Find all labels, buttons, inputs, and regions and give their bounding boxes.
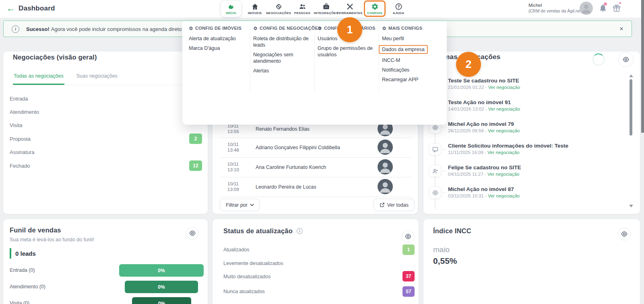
- person-icon: [378, 140, 393, 155]
- person-icon: [580, 2, 593, 15]
- row-name[interactable]: Adriano Gonçalves Filippini Coldibella: [256, 145, 340, 150]
- chat-icon: [432, 146, 438, 152]
- nav-label: AJUDA: [393, 11, 405, 15]
- scroll-up-arrow[interactable]: [629, 74, 633, 77]
- annotation-step-1: 1: [337, 17, 362, 42]
- gift-icon[interactable]: [612, 4, 621, 12]
- nav-item-pessoas[interactable]: PESSOAS: [293, 1, 312, 17]
- menu-item-negociacoes-sem-atendimento[interactable]: Negociações sem atendimento: [253, 51, 314, 64]
- notification-title: Felipe Se cadastrou no SITE: [448, 164, 585, 170]
- notification-date: 04/11/2025 11:27: [448, 172, 483, 177]
- menu-item-dados-da-empresa[interactable]: Dados da empresa: [379, 45, 428, 54]
- gear-icon: [318, 26, 322, 31]
- scroll-down-arrow[interactable]: [629, 205, 633, 207]
- tab-suas-negociacoes[interactable]: Suas negociações: [76, 72, 118, 85]
- nav-label: NEGOCIAÇÕES: [266, 11, 291, 15]
- eye-icon: [432, 190, 438, 196]
- close-icon[interactable]: ×: [619, 25, 623, 33]
- nav-item-ajuda[interactable]: AJUDA: [389, 1, 408, 17]
- row-avatar: [378, 159, 393, 175]
- view-negotiation-link[interactable]: Ver negociação: [487, 172, 519, 177]
- view-negotiation-link[interactable]: Ver negociação: [487, 150, 519, 155]
- nav-item-ferramentas[interactable]: FERRAMENTAS: [335, 1, 364, 17]
- info-icon[interactable]: i: [297, 228, 303, 234]
- dropdown-divider: [250, 24, 250, 92]
- row-divider: [220, 197, 411, 197]
- user-org: (CRM de vendas da Ágil.net): [528, 8, 583, 13]
- page-scrollbar-thumb[interactable]: [641, 0, 644, 133]
- notification-title: Teste Ação no imóvel 91: [448, 99, 585, 105]
- timeline-connector: [442, 171, 447, 171]
- menu-item-grupo-permissoes[interactable]: Grupo de permissões de usuários: [318, 45, 379, 58]
- menu-column-mais-configs: MAIS CONFIGS Meu perfil Dados da empresa…: [382, 26, 443, 86]
- leads-count: 0 leads: [10, 248, 36, 259]
- funnel-bar-visita: 0%: [132, 297, 191, 304]
- nav-item-inicio[interactable]: INÍCIO: [221, 1, 241, 17]
- notification-date: 11/11/2025 16:09: [448, 150, 483, 155]
- stage-fechado: Fechado: [10, 163, 30, 169]
- filter-by-label: Filtrar por: [226, 202, 247, 208]
- view-negotiation-link[interactable]: Ver negociação: [488, 107, 520, 111]
- menu-column-imoveis: CONFIG DE IMÓVEIS Alerta de atualização …: [189, 26, 250, 55]
- menu-item-incc-m[interactable]: INCC-M: [382, 57, 443, 64]
- configs-highlight-box: [364, 0, 386, 17]
- eye-toggle-button[interactable]: [618, 52, 634, 67]
- row-avatar: [378, 179, 393, 194]
- home-icon: [251, 3, 259, 10]
- funnel-stage-label: Entrada (0): [10, 267, 35, 273]
- eye-toggle-button[interactable]: [618, 228, 631, 240]
- notification-icon-box: [429, 165, 441, 177]
- person-icon: [378, 159, 393, 175]
- menu-item-marca-dagua[interactable]: Marca D'água: [189, 45, 250, 51]
- status-row-label: Muito desatualizados: [223, 274, 270, 279]
- menu-item-alertas[interactable]: Alertas: [253, 68, 314, 74]
- user-avatar[interactable]: [580, 2, 593, 15]
- gear-icon: [253, 26, 258, 31]
- nav-item-integracoes[interactable]: INTEGRAÇÕES: [314, 1, 339, 17]
- notification-title: Michel Ação no imóvel 87: [448, 186, 585, 192]
- notification-icon-box: [429, 187, 441, 199]
- tab-todas-negociacoes[interactable]: Todas as negociações: [13, 72, 64, 85]
- view-all-button[interactable]: Ver todas: [374, 199, 415, 211]
- stage-visita: Visita: [10, 122, 23, 128]
- eye-toggle-button[interactable]: [402, 230, 415, 243]
- row-name[interactable]: Leonardo Pereira de Lucas: [256, 184, 316, 190]
- gift-notification-dot: [619, 2, 621, 4]
- filter-by-button[interactable]: Filtrar por: [220, 199, 260, 211]
- nav-item-negociacoes[interactable]: NEGOCIAÇÕES: [263, 1, 294, 17]
- row-datetime: 10/1113:09: [227, 181, 244, 192]
- row-name[interactable]: Renato Fernandos Elias: [256, 126, 310, 132]
- nav-label: IMÓVEIS: [248, 11, 262, 15]
- view-all-label: Ver todas: [387, 202, 409, 208]
- dropdown-divider: [314, 24, 315, 92]
- stage-entrada: Entrada: [10, 96, 28, 102]
- fechado-count-badge[interactable]: 12: [189, 160, 202, 171]
- view-negotiation-link[interactable]: Ver negociação: [488, 85, 520, 90]
- menu-item-notificacoes[interactable]: Notificações: [382, 67, 443, 73]
- info-icon: i: [12, 25, 19, 33]
- nav-label: PESSOAS: [294, 11, 310, 15]
- nav-item-imoveis[interactable]: IMÓVEIS: [244, 1, 266, 17]
- proposta-count-badge[interactable]: 2: [189, 134, 202, 144]
- row-name[interactable]: Ana Caroline Furtunato Koerich: [256, 164, 326, 170]
- row-avatar: [378, 140, 393, 155]
- menu-item-meu-perfil[interactable]: Meu perfil: [382, 35, 443, 42]
- funnel-stage-label: Atendimento (0): [10, 284, 45, 290]
- menu-item-roleta-distribuicao-leads[interactable]: Roleta de distribuição de leads: [253, 35, 314, 48]
- eye-icon: [432, 125, 438, 131]
- menu-item-alerta-de-atualizacao[interactable]: Alerta de atualização: [189, 35, 250, 42]
- row-datetime: 10/1113:55: [227, 123, 244, 134]
- back-arrow-icon[interactable]: ←: [6, 3, 15, 14]
- row-datetime: 10/1113:10: [227, 161, 244, 173]
- view-negotiation-link[interactable]: Ver negociação: [488, 128, 520, 133]
- notification-item: Teste Ação no imóvel 91 14/01/2026 13:02…: [448, 99, 585, 111]
- menu-item-recarregar-app[interactable]: Recarregar APP: [382, 76, 443, 83]
- status-row-label: Nunca atualizados: [223, 289, 265, 294]
- bell-notification-dot: [604, 2, 607, 6]
- row-divider: [220, 138, 411, 138]
- notifications-scrollbar-thumb[interactable]: [630, 79, 632, 136]
- people-icon: [299, 3, 306, 10]
- eye-toggle-button[interactable]: [186, 227, 199, 240]
- view-negotiation-link[interactable]: Ver negociação: [488, 193, 520, 198]
- configs-dropdown-menu: CONFIG DE IMÓVEIS Alerta de atualização …: [182, 21, 447, 125]
